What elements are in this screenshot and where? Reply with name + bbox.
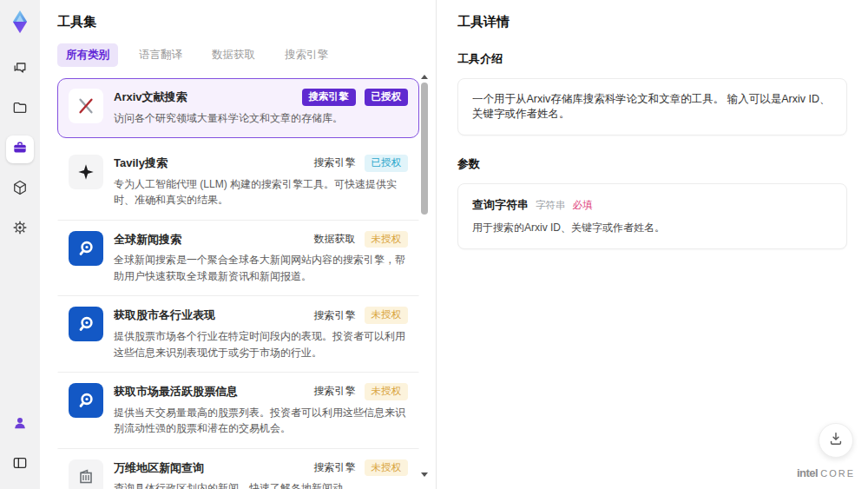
param-type: 字符串 (536, 199, 566, 212)
intel-core-logo: intel CORE (797, 466, 855, 479)
panel-toggle-icon (11, 454, 29, 475)
tool-auth-badge: 未授权 (365, 383, 409, 400)
news-building-none-icon (69, 383, 103, 418)
scroll-thumb[interactable] (421, 83, 428, 215)
detail-title: 工具详情 (457, 14, 847, 30)
tool-card[interactable]: 获取股市各行业表现 搜索引擎 未授权 提供股票市场各个行业在特定时间段内的表现。… (57, 296, 419, 373)
scroll-up-arrow[interactable] (421, 75, 428, 79)
tool-category-badge: 搜索引擎 (314, 384, 356, 399)
tool-auth-badge: 已授权 (365, 155, 409, 172)
download-icon (827, 430, 845, 451)
tool-detail-panel: 工具详情 工具介绍 一个用于从Arxiv存储库搜索科学论文和文章的工具。 输入可… (437, 0, 868, 489)
tool-description: 查询具体行政区划内的新闻，快速了解各地新闻动 (114, 480, 408, 489)
sidebar-item-chat[interactable] (6, 56, 34, 83)
tool-description: 专为人工智能代理 (LLM) 构建的搜索引擎工具。可快速提供实时、准确和真实的结… (114, 176, 408, 208)
list-scrollbar[interactable] (420, 75, 429, 477)
tool-category-badge: 搜索引擎 (314, 155, 356, 170)
tab-label: 所有类别 (66, 49, 109, 61)
category-tab-2[interactable]: 数据获取 (203, 43, 264, 67)
tool-title: 万维地区新闻查询 (114, 460, 306, 476)
param-required-badge: 必填 (573, 199, 593, 212)
core-brand-text: CORE (820, 468, 855, 479)
tool-title: Arxiv文献搜索 (114, 89, 293, 105)
tool-description: 提供股票市场各个行业在特定时间段内的表现。投资者可以利用这些信息来识别表现优于或… (114, 328, 408, 360)
panel-toggle-button[interactable] (6, 451, 34, 479)
tool-auth-badge: 未授权 (365, 307, 409, 324)
blue-search-icon (69, 231, 103, 266)
category-tab-0[interactable]: 所有类别 (57, 43, 118, 67)
tool-list: Arxiv文献搜索 搜索引擎 已授权 访问各个研究领域大量科学论文和文章的存储库… (57, 78, 419, 489)
tool-description: 访问各个研究领域大量科学论文和文章的存储库。 (114, 110, 408, 127)
main-content: 工具集 所有类别 语言翻译 数据获取 搜索引擎 Arxiv文献搜索 搜索引擎 已… (40, 0, 868, 489)
category-tabs: 所有类别 语言翻译 数据获取 搜索引擎 (57, 43, 418, 67)
gear-icon (11, 219, 29, 240)
blue-search-icon (69, 307, 103, 341)
intro-heading: 工具介绍 (457, 51, 847, 67)
tool-list-panel: 工具集 所有类别 语言翻译 数据获取 搜索引擎 Arxiv文献搜索 搜索引擎 已… (40, 0, 437, 489)
category-tab-3[interactable]: 搜索引擎 (276, 43, 337, 67)
folder-icon (11, 99, 29, 120)
page-title: 工具集 (57, 14, 418, 30)
intel-brand-text: intel (797, 466, 818, 479)
sidebar-item-tools[interactable] (6, 135, 34, 163)
tool-title: Tavily搜索 (114, 155, 306, 171)
param-description: 用于搜索的Arxiv ID、关键字或作者姓名。 (472, 221, 832, 235)
intro-box: 一个用于从Arxiv存储库搜索科学论文和文章的工具。 输入可以是Arxiv ID… (457, 78, 847, 135)
category-tab-1[interactable]: 语言翻译 (130, 43, 191, 67)
cube-icon (11, 179, 29, 200)
intro-text: 一个用于从Arxiv存储库搜索科学论文和文章的工具。 输入可以是Arxiv ID… (472, 93, 831, 120)
tab-label: 语言翻译 (139, 49, 182, 61)
app-logo gem-logo-icon (7, 9, 33, 35)
sidebar-item-packages[interactable] (6, 175, 34, 203)
tavily-icon (69, 155, 103, 189)
tool-card[interactable]: 获取市场最活跃股票信息 搜索引擎 未授权 提供当天交易量最高的股票列表。投资者可… (57, 373, 419, 449)
chat-icon (11, 59, 29, 80)
tool-category-badge: 数据获取 (314, 232, 356, 247)
tool-title: 全球新闻搜索 (114, 232, 306, 248)
sidebar (0, 0, 40, 489)
params-heading: 参数 (457, 156, 847, 172)
tool-auth-badge: 已授权 (365, 89, 409, 106)
tool-card[interactable]: Arxiv文献搜索 搜索引擎 已授权 访问各个研究领域大量科学论文和文章的存储库… (57, 78, 419, 138)
briefcase-icon (11, 139, 29, 160)
sidebar-item-settings[interactable] (6, 215, 34, 243)
arxiv-icon (69, 89, 103, 123)
tool-description: 全球新闻搜索是一个聚合全球各大新闻网站内容的搜索引擎，帮助用户快速获取全球最新资… (114, 252, 408, 284)
param-box: 查询字符串 字符串 必填 用于搜索的Arxiv ID、关键字或作者姓名。 (457, 183, 847, 249)
tool-title: 获取市场最活跃股票信息 (114, 384, 306, 400)
tool-card[interactable]: Tavily搜索 搜索引擎 已授权 专为人工智能代理 (LLM) 构建的搜索引擎… (57, 144, 419, 221)
user-icon (11, 414, 29, 435)
tool-auth-badge: 未授权 (365, 459, 409, 477)
tool-auth-badge: 未授权 (365, 231, 409, 248)
tab-label: 搜索引擎 (285, 49, 328, 61)
download-button[interactable] (819, 423, 853, 458)
tool-title: 获取股市各行业表现 (114, 307, 306, 323)
user-avatar-button[interactable] (6, 411, 34, 439)
tool-category-badge: 搜索引擎 (314, 308, 356, 323)
sidebar-item-folder[interactable] (6, 96, 34, 123)
tool-category-badge: 搜索引擎 (302, 89, 356, 106)
tool-category-badge: 搜索引擎 (314, 460, 356, 475)
news-building-icon (69, 459, 103, 489)
tab-label: 数据获取 (212, 49, 255, 61)
scroll-down-arrow[interactable] (421, 472, 428, 477)
param-name: 查询字符串 (472, 197, 529, 213)
tool-card[interactable]: 全球新闻搜索 数据获取 未授权 全球新闻搜索是一个聚合全球各大新闻网站内容的搜索… (57, 221, 419, 297)
tool-description: 提供当天交易量最高的股票列表。投资者可以利用这些信息来识别流动性强的股票和潜在的… (114, 405, 408, 437)
tool-card[interactable]: 万维地区新闻查询 搜索引擎 未授权 查询具体行政区划内的新闻，快速了解各地新闻动 (57, 449, 419, 489)
